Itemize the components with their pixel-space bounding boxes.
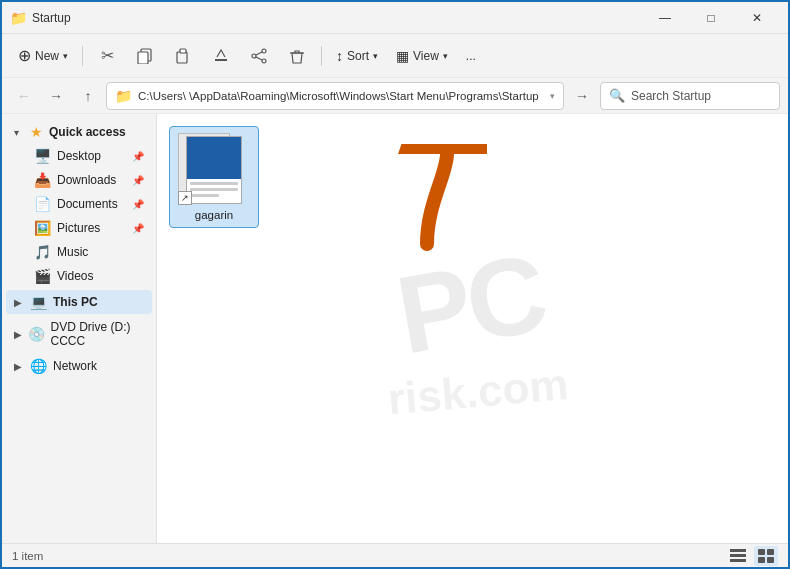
svg-rect-1: [138, 52, 148, 64]
close-button[interactable]: ✕: [734, 2, 780, 34]
view-chevron-icon: ▾: [443, 51, 448, 61]
this-pc-expand-icon: ▶: [14, 297, 26, 308]
share-button[interactable]: [241, 40, 277, 72]
documents-icon: 📄: [34, 196, 51, 212]
svg-rect-10: [730, 554, 746, 557]
share-icon: [251, 48, 267, 64]
address-box[interactable]: 📁 C:\Users\ \AppData\Roaming\Microsoft\W…: [106, 82, 564, 110]
dvd-label: DVD Drive (D:) CCCC: [51, 320, 145, 348]
documents-pin-icon: 📌: [132, 199, 144, 210]
new-label: New: [35, 49, 59, 63]
title-bar-text: Startup: [32, 11, 642, 25]
delete-button[interactable]: [279, 40, 315, 72]
details-view-button[interactable]: [726, 546, 750, 566]
watermark-text-risk: risk.com: [386, 359, 571, 425]
minimize-button[interactable]: —: [642, 2, 688, 34]
details-view-icon: [730, 549, 746, 563]
file-item-name: gagarin: [195, 209, 233, 221]
toolbar-separator-2: [321, 46, 322, 66]
doc-line-3: [190, 194, 219, 197]
sidebar-item-this-pc[interactable]: ▶ 💻 This PC: [6, 290, 152, 314]
sidebar-item-network[interactable]: ▶ 🌐 Network: [6, 354, 152, 378]
svg-rect-15: [767, 557, 774, 563]
network-icon: 🌐: [30, 358, 47, 374]
doc-line-2: [190, 188, 238, 191]
doc-line-1: [190, 182, 238, 185]
view-icon: ▦: [396, 48, 409, 64]
status-icons: [726, 546, 778, 566]
copy-button[interactable]: [127, 40, 163, 72]
dvd-icon: 💿: [28, 326, 45, 342]
svg-rect-9: [730, 549, 746, 552]
downloads-icon: 📥: [34, 172, 51, 188]
maximize-button[interactable]: □: [688, 2, 734, 34]
more-options-label: ...: [466, 49, 476, 63]
svg-rect-12: [758, 549, 765, 555]
svg-rect-11: [730, 559, 746, 562]
new-chevron-icon: ▾: [63, 51, 68, 61]
sidebar-item-videos-label: Videos: [57, 269, 144, 283]
copy-icon: [137, 48, 153, 64]
videos-icon: 🎬: [34, 268, 51, 284]
search-placeholder-text: Search Startup: [631, 89, 711, 103]
sidebar-section-dvd: ▶ 💿 DVD Drive (D:) CCCC: [2, 316, 156, 352]
paste-icon: [175, 48, 191, 64]
music-icon: 🎵: [34, 244, 51, 260]
search-box[interactable]: 🔍 Search Startup: [600, 82, 780, 110]
content-area: PC risk.com: [157, 114, 788, 543]
file-item-gagarin[interactable]: ↗ gagarin: [169, 126, 259, 228]
pictures-pin-icon: 📌: [132, 223, 144, 234]
view-button[interactable]: ▦ View ▾: [388, 40, 456, 72]
sidebar-item-videos[interactable]: 🎬 Videos: [6, 264, 152, 288]
paste-button[interactable]: [165, 40, 201, 72]
doc-blue-header: [187, 137, 241, 179]
tiles-view-icon: [758, 549, 774, 563]
status-bar: 1 item: [2, 543, 788, 567]
sidebar-item-documents[interactable]: 📄 Documents 📌: [6, 192, 152, 216]
file-explorer-window: 📁 Startup — □ ✕ ⊕ New ▾ ✂: [0, 0, 790, 569]
rename-button[interactable]: [203, 40, 239, 72]
this-pc-icon: 💻: [30, 294, 47, 310]
new-button[interactable]: ⊕ New ▾: [10, 40, 76, 72]
more-options-button[interactable]: ...: [458, 40, 484, 72]
sidebar-item-documents-label: Documents: [57, 197, 130, 211]
sidebar-item-downloads[interactable]: 📥 Downloads 📌: [6, 168, 152, 192]
toolbar-separator-1: [82, 46, 83, 66]
sidebar-item-pictures[interactable]: 🖼️ Pictures 📌: [6, 216, 152, 240]
sidebar-section-header-quick-access[interactable]: ▾ ★ Quick access: [6, 120, 152, 144]
sidebar-item-dvd[interactable]: ▶ 💿 DVD Drive (D:) CCCC: [6, 316, 152, 352]
svg-rect-13: [767, 549, 774, 555]
title-bar-controls: — □ ✕: [642, 2, 780, 34]
dvd-expand-icon: ▶: [14, 329, 24, 340]
svg-rect-4: [215, 59, 227, 61]
sort-chevron-icon: ▾: [373, 51, 378, 61]
downloads-pin-icon: 📌: [132, 175, 144, 186]
new-icon: ⊕: [18, 46, 31, 65]
sidebar-item-desktop-label: Desktop: [57, 149, 130, 163]
watermark-text-pc: PC: [388, 228, 553, 378]
sidebar-item-music[interactable]: 🎵 Music: [6, 240, 152, 264]
back-button[interactable]: ←: [10, 82, 38, 110]
svg-rect-14: [758, 557, 765, 563]
sort-icon: ↕: [336, 48, 343, 64]
file-grid: ↗ gagarin: [157, 114, 788, 240]
svg-point-5: [262, 49, 266, 53]
sidebar-item-pictures-label: Pictures: [57, 221, 130, 235]
rename-icon: [213, 48, 229, 64]
network-expand-icon: ▶: [14, 361, 26, 372]
up-button[interactable]: ↑: [74, 82, 102, 110]
sort-button[interactable]: ↕ Sort ▾: [328, 40, 386, 72]
view-label: View: [413, 49, 439, 63]
forward-button[interactable]: →: [42, 82, 70, 110]
go-button[interactable]: →: [568, 82, 596, 110]
sidebar-section-this-pc: ▶ 💻 This PC: [2, 290, 156, 314]
quick-access-expand-icon: ▾: [14, 127, 26, 138]
cut-button[interactable]: ✂: [89, 40, 125, 72]
tiles-view-button[interactable]: [754, 546, 778, 566]
svg-rect-3: [180, 49, 186, 53]
address-path-text: C:\Users\ \AppData\Roaming\Microsoft\Win…: [138, 90, 544, 102]
pictures-icon: 🖼️: [34, 220, 51, 236]
sidebar-item-desktop[interactable]: 🖥️ Desktop 📌: [6, 144, 152, 168]
svg-point-6: [252, 54, 256, 58]
network-label: Network: [53, 359, 97, 373]
